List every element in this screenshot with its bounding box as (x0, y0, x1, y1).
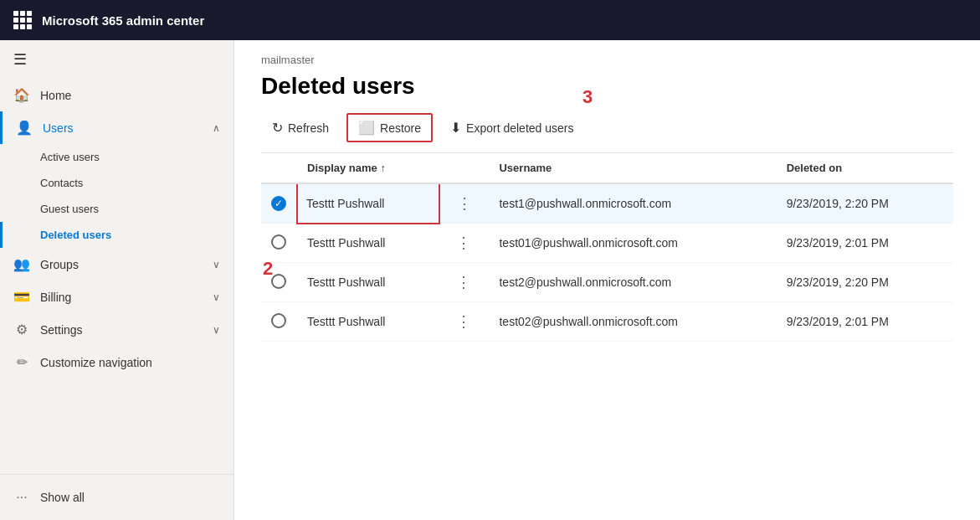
page-title: Deleted users (261, 73, 953, 100)
ellipsis-icon: ··· (13, 490, 30, 505)
username-cell: test01@pushwall.onmicrosoft.com (489, 224, 776, 263)
show-all-button[interactable]: ··· Show all (0, 481, 233, 513)
deleted-on-cell: 9/23/2019, 2:20 PM (777, 263, 953, 302)
hamburger-button[interactable]: ☰ (0, 40, 233, 79)
username-cell: test02@pushwall.onmicrosoft.com (489, 302, 776, 342)
sidebar-billing-label: Billing (40, 291, 71, 304)
chevron-up-icon: ∧ (213, 122, 220, 134)
row-checkbox-cell[interactable] (261, 263, 297, 302)
row-checkbox[interactable]: ✓ (271, 196, 286, 211)
col-more (439, 153, 489, 183)
sidebar-groups-label: Groups (40, 258, 79, 271)
username-value: test01@pushwall.onmicrosoft.com (499, 236, 677, 250)
deleted-on-cell: 9/23/2019, 2:01 PM (777, 224, 953, 263)
row-checkbox[interactable] (271, 274, 286, 289)
display-name-value: Testtt Pushwall (307, 275, 385, 289)
deleted-on-value: 9/23/2019, 2:01 PM (787, 315, 889, 328)
username-value: test02@pushwall.onmicrosoft.com (499, 315, 677, 328)
username-value: test2@pushwall.onmicrosoft.com (499, 275, 671, 289)
col-username: Username (489, 153, 776, 183)
app-launcher-icon[interactable] (13, 11, 32, 29)
display-name-cell: Testtt Pushwall (297, 183, 439, 224)
table-row[interactable]: Testtt Pushwall ⋮ test02@pushwall.onmicr… (261, 302, 953, 342)
show-all-label: Show all (40, 491, 85, 504)
settings-icon: ⚙ (13, 322, 30, 337)
display-name-cell: Testtt Pushwall (297, 302, 439, 342)
row-checkbox-cell[interactable]: ✓ (261, 183, 297, 224)
table-header-row: Display name ↑ Username Deleted on (261, 153, 953, 183)
sidebar-customize-label: Customize navigation (40, 356, 152, 369)
deleted-on-value: 9/23/2019, 2:20 PM (787, 275, 889, 289)
col-checkbox (261, 153, 297, 183)
refresh-button[interactable]: ↻ Refresh (261, 114, 340, 142)
display-name-cell: Testtt Pushwall (297, 224, 439, 263)
sidebar-item-contacts[interactable]: Contacts (0, 170, 233, 196)
sidebar-users-label: Users (43, 121, 74, 135)
sidebar-home-label: Home (40, 89, 71, 102)
row-checkbox-cell[interactable] (261, 224, 297, 263)
step-3-label: 3 (582, 86, 593, 108)
restore-icon: ⬜ (358, 120, 375, 136)
sidebar-item-deleted-users[interactable]: Deleted users (0, 222, 233, 248)
groups-icon: 👥 (13, 256, 30, 272)
customize-icon: ✏ (13, 354, 30, 370)
deleted-on-cell: 9/23/2019, 2:20 PM (777, 183, 953, 224)
display-name-value: Testtt Pushwall (307, 236, 385, 250)
deleted-users-label: Deleted users (40, 229, 111, 241)
display-name-cell: Testtt Pushwall (297, 263, 439, 302)
table-row[interactable]: Testtt Pushwall ⋮ test01@pushwall.onmicr… (261, 224, 953, 263)
table-row[interactable]: Testtt Pushwall ⋮ test2@pushwall.onmicro… (261, 263, 953, 302)
users-icon: 👤 (16, 120, 33, 136)
more-options-cell[interactable]: ⋮ (439, 302, 489, 342)
export-label: Export deleted users (466, 121, 573, 135)
more-options-cell[interactable]: ⋮ (439, 224, 489, 263)
more-options-cell[interactable]: ⋮ (439, 183, 489, 224)
more-icon[interactable]: ⋮ (450, 192, 479, 215)
username-cell: test2@pushwall.onmicrosoft.com (489, 263, 776, 302)
sidebar-item-users[interactable]: 👤 Users ∧ (0, 111, 233, 144)
restore-label: Restore (380, 121, 421, 135)
col-display-name[interactable]: Display name ↑ (297, 153, 439, 183)
sidebar-item-guest-users[interactable]: Guest users (0, 196, 233, 222)
username-cell: test1@pushwall.onmicrosoft.com (489, 183, 776, 224)
chevron-down-billing-icon: ∨ (213, 291, 220, 303)
sidebar-item-settings[interactable]: ⚙ Settings ∨ (0, 313, 233, 346)
row-checkbox[interactable] (271, 234, 286, 250)
sidebar-item-groups[interactable]: 👥 Groups ∨ (0, 248, 233, 281)
restore-button[interactable]: ⬜ Restore (346, 113, 433, 142)
contacts-label: Contacts (40, 177, 83, 189)
more-icon[interactable]: ⋮ (449, 231, 478, 255)
more-icon[interactable]: ⋮ (449, 310, 478, 333)
chevron-down-groups-icon: ∨ (213, 259, 220, 270)
sidebar-nav: 🏠 Home 👤 Users ∧ Active users Contacts G… (0, 79, 233, 474)
main-layout: ☰ 🏠 Home 👤 Users ∧ Active users Contacts… (0, 40, 980, 520)
sidebar-item-home[interactable]: 🏠 Home (0, 79, 233, 111)
content-area: mailmaster Deleted users 3 ↻ Refresh ⬜ R… (234, 40, 980, 520)
deleted-on-value: 9/23/2019, 2:01 PM (787, 236, 889, 250)
more-icon[interactable]: ⋮ (449, 270, 478, 294)
display-name-value: Testtt Pushwall (307, 315, 385, 328)
refresh-label: Refresh (288, 121, 329, 135)
active-users-label: Active users (40, 151, 100, 163)
users-table: Display name ↑ Username Deleted on ✓ (261, 153, 953, 342)
sidebar-item-customize[interactable]: ✏ Customize navigation (0, 346, 233, 378)
sidebar-item-billing[interactable]: 💳 Billing ∨ (0, 281, 233, 313)
row-checkbox-cell[interactable] (261, 302, 297, 342)
export-button[interactable]: ⬇ Export deleted users (439, 114, 584, 142)
app-title: Microsoft 365 admin center (42, 13, 204, 28)
sidebar-item-active-users[interactable]: Active users (0, 144, 233, 170)
table-row[interactable]: ✓ Testtt Pushwall ⋮ test1@pushwall.onmic… (261, 183, 953, 224)
billing-icon: 💳 (13, 289, 30, 305)
refresh-icon: ↻ (272, 120, 283, 136)
home-icon: 🏠 (13, 87, 30, 103)
deleted-on-cell: 9/23/2019, 2:01 PM (777, 302, 953, 342)
display-name-value: Testtt Pushwall (306, 197, 384, 210)
topbar: Microsoft 365 admin center (0, 0, 980, 40)
row-checkbox[interactable] (271, 313, 286, 328)
sidebar-bottom: ··· Show all (0, 474, 233, 520)
guest-users-label: Guest users (40, 203, 99, 215)
breadcrumb: mailmaster (261, 54, 953, 66)
more-options-cell[interactable]: ⋮ (439, 263, 489, 302)
sidebar: ☰ 🏠 Home 👤 Users ∧ Active users Contacts… (0, 40, 234, 520)
export-icon: ⬇ (450, 120, 461, 136)
